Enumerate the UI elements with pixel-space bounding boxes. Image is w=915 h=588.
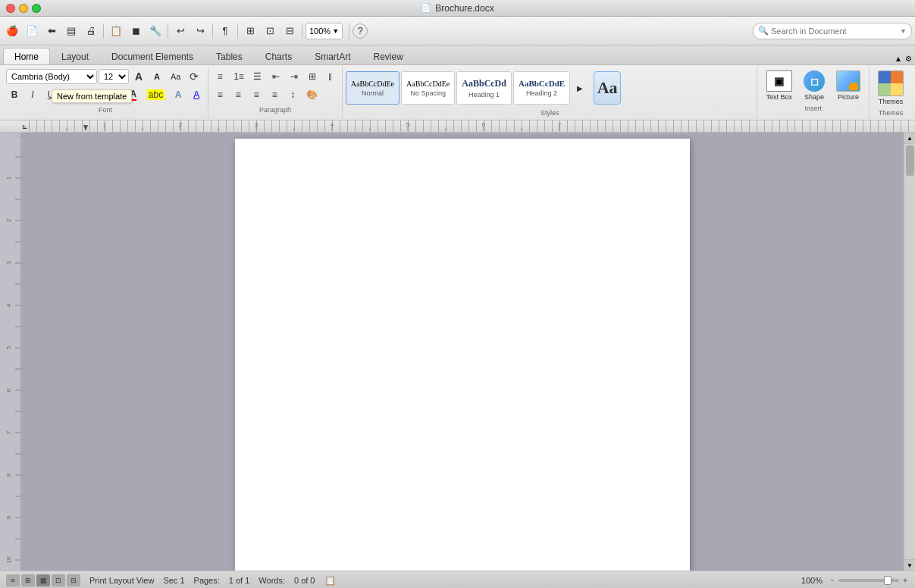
align-center-btn[interactable]: ≡ — [230, 86, 246, 103]
doc-canvas[interactable] — [21, 133, 904, 571]
insert-textbox-btn[interactable]: ▣ Text Box — [762, 68, 796, 103]
insert-picture-btn[interactable]: Picture — [832, 68, 864, 103]
align-justify-btn[interactable]: ≡ — [266, 86, 283, 103]
font-decrease-btn[interactable]: A — [149, 68, 165, 85]
style-heading2[interactable]: AaBbCcDdE Heading 2 — [513, 71, 570, 105]
view-mode-btn3[interactable]: ▦ — [36, 574, 50, 586]
search-dropdown-icon[interactable]: ▼ — [900, 27, 907, 35]
toolbar-btn5[interactable]: ◼ — [127, 21, 145, 41]
bold-button[interactable]: B — [6, 86, 23, 103]
align-right-btn[interactable]: ≡ — [248, 86, 265, 103]
sep4 — [237, 23, 238, 39]
multi-list-btn[interactable]: ☰ — [249, 68, 266, 85]
ruler: ⊾ — [0, 120, 915, 133]
help-button[interactable]: ? — [353, 23, 368, 39]
scroll-up-btn[interactable]: ▲ — [904, 133, 916, 144]
font-color2-btn[interactable]: A — [188, 86, 205, 103]
sep6 — [349, 23, 349, 39]
align-left-btn[interactable]: ≡ — [212, 86, 228, 103]
svg-text:10: 10 — [5, 556, 12, 563]
increase-indent-btn[interactable]: ⇥ — [286, 68, 302, 85]
tab-doc-elements-label: Document Elements — [111, 52, 193, 62]
insert-section-label: Insert — [804, 105, 822, 112]
view-btn3[interactable]: ⊟ — [280, 21, 299, 41]
font-size-select[interactable]: 12 — [99, 69, 129, 84]
title-bar: 📄 Brochure.docx — [0, 0, 915, 17]
bullets-btn[interactable]: ≡ — [212, 68, 228, 85]
tab-nav-controls: ▲ ⚙ — [895, 55, 912, 63]
toolbar-btn2[interactable]: ⬅ — [42, 21, 61, 41]
para-marks-button[interactable]: ¶ — [216, 21, 234, 41]
svg-text:5: 5 — [5, 346, 12, 349]
svg-text:4: 4 — [331, 121, 334, 128]
decrease-indent-btn[interactable]: ⇤ — [268, 68, 284, 85]
text-effects-btn[interactable]: A — [170, 86, 186, 103]
borders-btn[interactable]: ⊞ — [304, 68, 321, 85]
zoom-in-icon[interactable]: ＋ — [901, 575, 909, 586]
tab-up-icon[interactable]: ▲ — [895, 55, 902, 63]
svg-text:4: 4 — [5, 303, 12, 307]
view-mode-btn4[interactable]: ⊡ — [52, 574, 65, 586]
font-clear-btn[interactable]: ⟳ — [186, 68, 202, 85]
toolbar-btn3[interactable]: ▤ — [62, 21, 80, 41]
new-button[interactable]: 🍎 — [3, 21, 21, 41]
zoom-control[interactable]: 100% ▼ — [306, 23, 343, 39]
svg-text:6: 6 — [5, 388, 12, 392]
styles-aa-btn[interactable]: Aa — [594, 71, 621, 105]
font-increase-btn[interactable]: A — [130, 68, 147, 85]
italic-button[interactable]: I — [24, 86, 41, 103]
view-mode-btn2[interactable]: ⊞ — [21, 574, 35, 586]
zoom-thumb[interactable] — [884, 576, 891, 585]
style-normal[interactable]: AaBbCcDdEe Normal — [346, 71, 400, 105]
shading-btn[interactable]: 🎨 — [302, 86, 321, 103]
maximize-button[interactable] — [32, 4, 41, 13]
window-controls — [6, 4, 41, 13]
zoom-dropdown-icon[interactable]: ▼ — [332, 27, 339, 35]
tab-home[interactable]: Home — [3, 48, 50, 64]
minimize-button[interactable] — [19, 4, 28, 13]
style-heading1[interactable]: AaBbCcDd Heading 1 — [456, 71, 512, 105]
columns-btn[interactable]: ⫿ — [322, 68, 339, 85]
style-no-spacing[interactable]: AaBbCcDdEe No Spacing — [401, 71, 455, 105]
view-mode-btn1[interactable]: ≡ — [6, 574, 20, 586]
view-btn2[interactable]: ⊡ — [261, 21, 279, 41]
tab-charts-label: Charts — [265, 52, 292, 62]
zoom-slider[interactable] — [838, 579, 899, 582]
close-button[interactable] — [6, 4, 15, 13]
new-doc-button[interactable]: 📄 — [23, 21, 41, 41]
tab-smartart[interactable]: SmartArt — [303, 48, 362, 64]
highlight-btn[interactable]: abc — [143, 86, 168, 103]
styles-scroll-btn[interactable]: ▶ — [572, 71, 588, 105]
redo-button[interactable]: ↪ — [191, 21, 209, 41]
toolbar-btn4[interactable]: 📋 — [107, 21, 125, 41]
ribbon-para-section: ≡ 1≡ ☰ ⇤ ⇥ ⊞ ⫿ ≡ ≡ ≡ ≡ ↕ 🎨 Paragraph — [208, 67, 343, 118]
doc-page[interactable] — [235, 139, 690, 571]
numbering-btn[interactable]: 1≡ — [230, 68, 248, 85]
tab-tables[interactable]: Tables — [205, 48, 254, 64]
print-button[interactable]: 🖨 — [82, 21, 100, 41]
vertical-scrollbar[interactable]: ▲ ▼ — [904, 133, 915, 571]
zoom-percent: 100% — [801, 576, 823, 585]
toolbar-btn6[interactable]: 🔧 — [146, 21, 165, 41]
view-btn1[interactable]: ⊞ — [241, 21, 259, 41]
tab-review[interactable]: Review — [362, 48, 414, 64]
font-family-select[interactable]: Cambria (Body) — [6, 69, 97, 84]
scroll-thumb[interactable] — [906, 145, 914, 176]
ruler-icon[interactable]: ⊾ — [21, 121, 29, 132]
undo-button[interactable]: ↩ — [171, 21, 190, 41]
themes-btn[interactable]: Themes — [874, 68, 907, 108]
zoom-out-icon[interactable]: － — [829, 575, 836, 586]
main-toolbar: 🍎 📄 ⬅ ▤ 🖨 📋 ◼ 🔧 ↩ ↪ ¶ ⊞ ⊡ ⊟ 100% ▼ ? 🔍 ▼ — [0, 17, 915, 45]
search-bar[interactable]: 🔍 ▼ — [753, 23, 912, 39]
insert-shape-btn[interactable]: ◻ Shape — [799, 68, 829, 103]
font-case-btn[interactable]: Aa — [167, 68, 184, 85]
tab-settings-icon[interactable]: ⚙ — [905, 55, 912, 63]
view-mode-btn5[interactable]: ⊟ — [67, 574, 80, 586]
pages-label: Pages: — [194, 576, 220, 585]
line-spacing-btn[interactable]: ↕ — [284, 86, 301, 103]
tab-charts[interactable]: Charts — [254, 48, 303, 64]
tab-document-elements[interactable]: Document Elements — [100, 48, 205, 64]
tab-layout[interactable]: Layout — [50, 48, 100, 64]
search-input[interactable] — [771, 27, 900, 36]
scroll-down-btn[interactable]: ▼ — [904, 559, 916, 571]
